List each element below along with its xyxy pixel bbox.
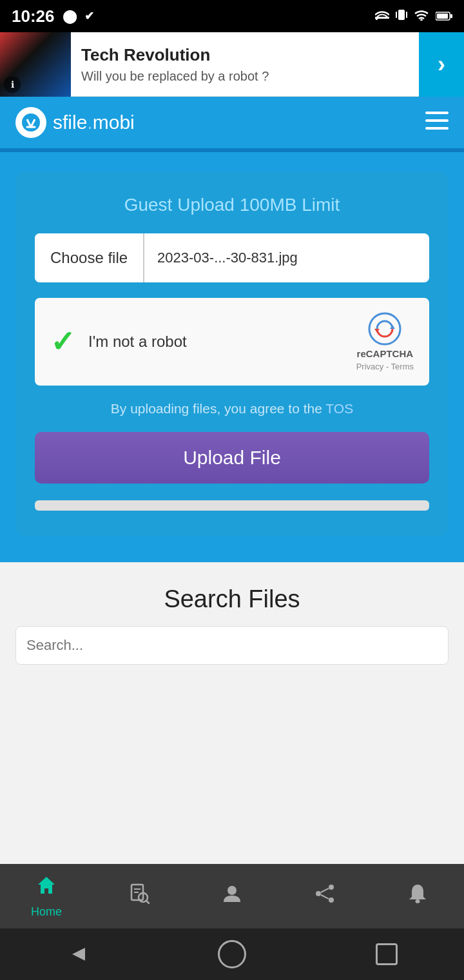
ad-thumbnail: ℹ	[0, 32, 71, 97]
battery-icon	[436, 9, 452, 24]
svg-rect-4	[406, 12, 407, 18]
recaptcha-left: ✓ I'm not a robot	[50, 327, 187, 357]
circle-icon: ⬤	[63, 8, 77, 24]
svg-line-26	[321, 888, 329, 892]
recaptcha-links: Privacy - Terms	[356, 362, 414, 371]
svg-point-22	[227, 886, 237, 895]
android-home-circle	[218, 940, 246, 968]
ad-content: Tech Revolution Will you be replaced by …	[71, 45, 419, 84]
home-label: Home	[31, 905, 62, 919]
file-name-display: 2023-03-...-30-831.jpg	[144, 250, 429, 266]
search-title: Search Files	[15, 585, 449, 613]
svg-point-24	[316, 891, 321, 896]
svg-rect-7	[437, 14, 448, 19]
cast-icon	[375, 9, 389, 24]
progress-bar-wrapper	[35, 500, 429, 511]
search-bar-wrapper[interactable]	[15, 626, 449, 665]
recaptcha-brand: reCAPTCHA	[357, 348, 414, 359]
home-icon	[35, 874, 57, 901]
svg-line-27	[321, 895, 329, 899]
nav-header: sfile.mobi	[0, 97, 464, 148]
android-recents-square	[376, 943, 398, 965]
nav-home[interactable]: Home	[14, 874, 79, 919]
search-input[interactable]	[26, 637, 438, 654]
logo-icon	[15, 107, 46, 138]
android-recents-button[interactable]	[367, 935, 406, 974]
svg-line-19	[146, 901, 149, 903]
bottom-nav: Home	[0, 864, 464, 928]
ad-subtitle: Will you be replaced by a robot ?	[81, 69, 409, 84]
status-left: 10:26 ⬤ ✔	[12, 6, 94, 26]
logo-mobi: mobi	[93, 112, 135, 133]
svg-rect-12	[425, 119, 449, 122]
share-icon	[314, 883, 336, 910]
svg-point-9	[22, 113, 40, 132]
android-nav	[0, 928, 464, 980]
recaptcha-checkmark: ✓	[50, 327, 75, 357]
svg-rect-3	[396, 12, 397, 18]
choose-file-button[interactable]: Choose file	[35, 233, 144, 282]
ad-info-icon: ℹ	[4, 76, 21, 93]
upload-card: Guest Upload 100MB Limit Choose file 202…	[15, 172, 449, 536]
svg-marker-29	[72, 948, 85, 961]
recaptcha-box[interactable]: ✓ I'm not a robot reCAPTCHA Privacy - Te…	[35, 298, 429, 386]
svg-point-14	[369, 313, 400, 344]
svg-rect-8	[450, 14, 452, 18]
status-right	[375, 8, 452, 24]
tos-prefix: By uploading files, you agree to the	[111, 401, 322, 416]
file-input-wrapper: Choose file 2023-03-...-30-831.jpg	[35, 233, 429, 282]
tos-text: By uploading files, you agree to the TOS	[35, 401, 429, 416]
upload-file-button[interactable]: Upload File	[35, 432, 429, 484]
svg-rect-11	[425, 112, 449, 114]
android-back-button[interactable]	[58, 935, 97, 974]
bell-icon	[407, 883, 429, 910]
nav-search-files[interactable]	[107, 883, 171, 910]
tos-link[interactable]: TOS	[325, 401, 353, 416]
svg-point-25	[329, 897, 334, 903]
status-time: 10:26	[12, 6, 55, 26]
svg-marker-15	[390, 325, 395, 329]
svg-marker-16	[374, 329, 380, 333]
profile-icon	[221, 883, 243, 910]
recaptcha-label: I'm not a robot	[88, 333, 187, 351]
main-content: Guest Upload 100MB Limit Choose file 202…	[0, 152, 464, 562]
ad-title: Tech Revolution	[81, 45, 409, 65]
recaptcha-logo-icon	[368, 312, 401, 346]
svg-rect-2	[398, 10, 405, 20]
wifi-icon	[414, 9, 429, 24]
svg-point-5	[420, 19, 423, 21]
file-search-icon	[128, 883, 150, 910]
svg-point-1	[376, 17, 378, 20]
svg-point-28	[416, 899, 420, 903]
svg-rect-13	[425, 127, 449, 130]
ad-banner[interactable]: ℹ Tech Revolution Will you be replaced b…	[0, 32, 464, 97]
svg-point-23	[329, 885, 334, 890]
search-section: Search Files	[0, 562, 464, 864]
logo-dot: .	[87, 112, 92, 133]
vibrate-icon	[396, 8, 407, 24]
upload-title: Guest Upload 100MB Limit	[35, 195, 429, 215]
logo-text: sfile.mobi	[53, 112, 135, 133]
hamburger-menu-button[interactable]	[425, 111, 449, 135]
nav-share[interactable]	[293, 883, 357, 910]
ad-arrow-button[interactable]: ›	[419, 32, 464, 97]
logo-sfile: sfile	[53, 112, 87, 133]
status-bar: 10:26 ⬤ ✔	[0, 0, 464, 32]
android-home-button[interactable]	[213, 935, 251, 974]
nav-logo: sfile.mobi	[15, 107, 135, 138]
checkmark-icon: ✔	[84, 9, 94, 23]
recaptcha-right: reCAPTCHA Privacy - Terms	[356, 312, 414, 371]
nav-notifications[interactable]	[385, 883, 450, 910]
chevron-right-icon: ›	[438, 51, 445, 78]
nav-profile[interactable]	[200, 883, 264, 910]
